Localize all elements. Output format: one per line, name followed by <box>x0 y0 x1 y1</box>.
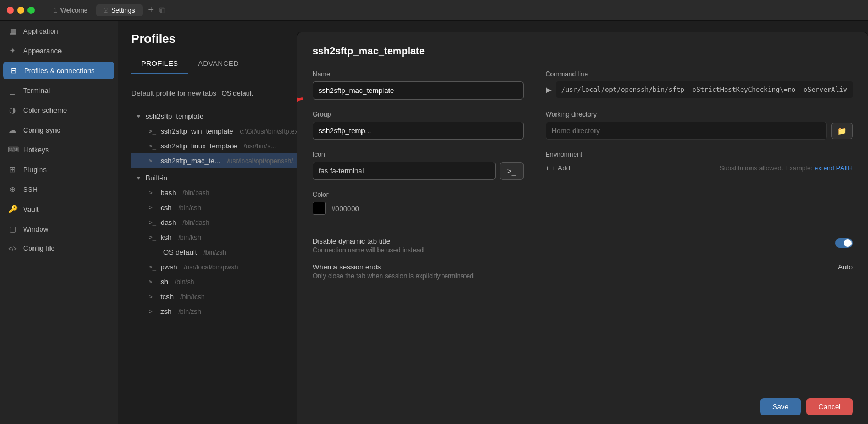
name-input[interactable] <box>313 81 524 100</box>
save-button[interactable]: Save <box>760 398 801 415</box>
color-field-group: Color #000000 <box>313 191 524 215</box>
add-label: + Add <box>552 164 570 172</box>
profile-path: /usr/bin/s... <box>244 142 276 150</box>
color-row: #000000 <box>313 202 524 215</box>
icon-row: fas fa-terminal >_ <box>313 162 524 180</box>
profile-name: zsh <box>160 307 171 316</box>
sidebar-item-terminal[interactable]: _ Terminal <box>0 81 118 100</box>
terminal-icon: >_ <box>149 142 156 150</box>
vault-icon: 🔑 <box>8 205 18 213</box>
terminal-icon: >_ <box>149 234 156 241</box>
toggle-thumb <box>844 239 852 247</box>
disable-dynamic-subtitle: Connection name will be used instead <box>313 246 827 254</box>
terminal-icon: _ <box>8 86 18 95</box>
browse-folder-button[interactable]: 📁 <box>831 123 853 139</box>
tab-advanced[interactable]: ADVANCED <box>188 55 248 74</box>
sidebar-item-application[interactable]: ▦ Application <box>0 21 118 40</box>
sidebar-item-label-color-scheme: Color scheme <box>23 106 67 114</box>
working-dir-input[interactable] <box>546 122 827 140</box>
group-name-ssh2sftp: ssh2sftp_template <box>146 112 204 120</box>
profile-path: /bin/zsh <box>203 249 226 256</box>
add-tab-button[interactable]: + <box>148 4 154 16</box>
terminal-icon: >_ <box>149 263 156 271</box>
profile-path: /usr/local/bin/pwsh <box>184 263 238 271</box>
sidebar-item-appearance[interactable]: ✦ Appearance <box>0 41 118 60</box>
plugins-icon: ⊞ <box>8 165 18 174</box>
tab-number-settings: 2 <box>104 7 108 14</box>
command-arrow-icon: ▶ <box>546 85 552 94</box>
sidebar-item-label-hotkeys: Hotkeys <box>23 146 49 154</box>
appearance-icon: ✦ <box>8 46 18 55</box>
sidebar-item-label-terminal: Terminal <box>23 86 50 95</box>
group-field-group: Group <box>313 111 524 140</box>
profiles-icon: ⊟ <box>9 66 19 75</box>
sidebar-item-config-file[interactable]: </> Config file <box>0 239 118 257</box>
terminal-icon: >_ <box>149 204 156 211</box>
command-line-label: Command line <box>546 70 853 78</box>
working-dir-label: Working directory <box>546 111 853 118</box>
sidebar-item-ssh[interactable]: ⊕ SSH <box>0 180 118 199</box>
tab-settings[interactable]: 2 Settings <box>96 4 142 16</box>
tab-welcome[interactable]: 1 Welcome <box>46 4 95 16</box>
disable-dynamic-toggle[interactable] <box>835 238 853 248</box>
tab-profiles[interactable]: PROFILES <box>131 55 188 74</box>
sidebar-item-label-ssh: SSH <box>23 185 38 194</box>
session-ends-value: Auto <box>838 263 853 271</box>
profile-edit-modal: ssh2sftp_mac_template Name Command line … <box>297 32 868 424</box>
profile-path: /bin/bash <box>182 189 209 197</box>
close-button[interactable] <box>7 7 14 14</box>
maximize-button[interactable] <box>27 7 35 14</box>
sidebar-item-label-vault: Vault <box>23 205 39 213</box>
sidebar-item-label-window: Window <box>23 225 48 233</box>
sidebar-item-color-scheme[interactable]: ◑ Color scheme <box>0 101 118 119</box>
group-input[interactable] <box>313 122 524 140</box>
sidebar-item-window[interactable]: ▢ Window <box>0 219 118 238</box>
sidebar-item-hotkeys[interactable]: ⌨ Hotkeys <box>0 140 118 159</box>
cancel-button[interactable]: Cancel <box>806 398 853 415</box>
hotkeys-icon: ⌨ <box>8 145 18 154</box>
color-label: Color <box>313 191 524 199</box>
main-layout: ▦ Application ✦ Appearance ⊟ Profiles & … <box>0 21 868 424</box>
env-hint: Substitutions allowed. Example: extend P… <box>720 164 853 172</box>
sidebar-item-vault[interactable]: 🔑 Vault <box>0 200 118 218</box>
titlebar: 1 Welcome 2 Settings + ⧉ <box>0 0 868 21</box>
chevron-down-icon: ▼ <box>136 175 141 181</box>
icon-label: Icon <box>313 151 524 158</box>
profile-name: ksh <box>160 233 171 241</box>
profile-name: ssh2sftp_win_template <box>160 127 233 135</box>
sidebar-item-label-profiles: Profiles & connections <box>24 67 95 75</box>
sidebar-item-profiles[interactable]: ⊟ Profiles & connections <box>3 62 114 79</box>
command-line-row: ▶ /usr/local/opt/openssh/bin/sftp -oStri… <box>546 81 853 98</box>
profile-name: OS default <box>163 248 197 256</box>
environment-row: + + Add Substitutions allowed. Example: … <box>546 162 853 174</box>
sidebar-item-plugins[interactable]: ⊞ Plugins <box>0 160 118 179</box>
icon-field-group: Icon fas fa-terminal >_ <box>313 151 524 180</box>
color-scheme-icon: ◑ <box>8 106 18 114</box>
minimize-button[interactable] <box>17 7 24 14</box>
sidebar-item-config-sync[interactable]: ☁ Config sync <box>0 120 118 139</box>
disable-dynamic-title: Disable dynamic tab title <box>313 237 827 245</box>
sidebar-item-label-plugins: Plugins <box>23 166 47 174</box>
profile-path: /bin/dash <box>182 219 209 227</box>
default-profile-section: Default profile for new tabs OS default <box>131 89 253 97</box>
sidebar-item-label-config-file: Config file <box>23 244 55 252</box>
extend-path-link[interactable]: extend PATH <box>814 164 853 172</box>
name-label: Name <box>313 70 524 78</box>
window-icon: ▢ <box>8 224 18 233</box>
name-field-group: Name <box>313 70 524 100</box>
terminal-icon: >_ <box>149 128 156 135</box>
icon-preview-button[interactable]: >_ <box>500 162 524 180</box>
terminal-icon: >_ <box>149 157 156 164</box>
chevron-down-icon: ▼ <box>136 113 141 119</box>
layout-icon[interactable]: ⧉ <box>159 5 165 15</box>
profile-path: /bin/csh <box>178 204 201 212</box>
session-ends-subtitle: Only close the tab when session is expli… <box>313 272 830 280</box>
terminal-icon: >_ <box>149 308 156 315</box>
config-sync-icon: ☁ <box>8 125 18 134</box>
profile-path: /bin/zsh <box>178 308 201 316</box>
add-env-button[interactable]: + + Add <box>546 162 570 174</box>
color-swatch[interactable] <box>313 202 326 215</box>
toggle-row-dynamic: Disable dynamic tab title Connection nam… <box>313 237 853 254</box>
traffic-lights <box>7 7 35 14</box>
profile-name: pwsh <box>160 263 177 271</box>
